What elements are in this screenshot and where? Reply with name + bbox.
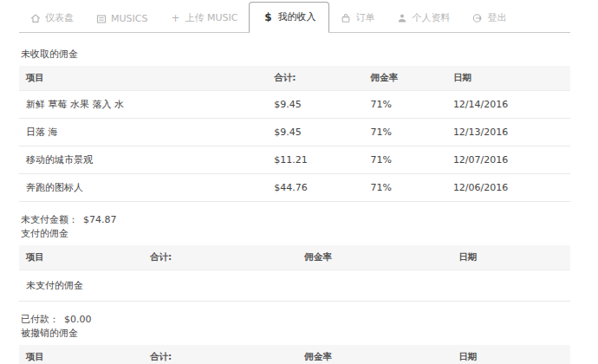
revoked-commissions-table: 项目 合计: 佣金率 日期 无被撤销的佣金 bbox=[19, 345, 570, 364]
tab-label: 我的收入 bbox=[277, 10, 315, 23]
tab-label: MUSICS bbox=[111, 13, 147, 24]
dollar-icon: $ bbox=[263, 12, 273, 23]
column-header-item: 项目 bbox=[19, 245, 143, 270]
tab-label: 登出 bbox=[487, 11, 506, 24]
column-header-item: 项目 bbox=[19, 66, 267, 91]
rate-cell: 71% bbox=[363, 146, 445, 174]
table-row: 奔跑的图标人 $44.76 71% 12/06/2016 bbox=[19, 174, 570, 202]
column-header-total: 合计: bbox=[143, 345, 297, 364]
item-cell: 日落 海 bbox=[19, 119, 267, 146]
top-tab-bar: 仪表盘 MUSICS + 上传 MUSIC $ 我的收入 订单 个人资料 登出 bbox=[19, 4, 570, 33]
table-header-row: 项目 合计: 佣金率 日期 bbox=[19, 245, 570, 270]
tab-musics[interactable]: MUSICS bbox=[85, 6, 159, 32]
column-header-item: 项目 bbox=[19, 345, 143, 364]
plus-icon: + bbox=[170, 13, 180, 23]
rate-cell: 71% bbox=[363, 91, 445, 119]
total-cell: $11.21 bbox=[267, 146, 363, 174]
uncollected-commissions-title: 未收取的佣金 bbox=[21, 48, 570, 61]
table-header-row: 项目 合计: 佣金率 日期 bbox=[19, 66, 570, 91]
tab-upload-music[interactable]: + 上传 MUSIC bbox=[159, 4, 249, 32]
item-cell: 新鲜 草莓 水果 落入 水 bbox=[19, 91, 267, 119]
table-row: 新鲜 草莓 水果 落入 水 $9.45 71% 12/14/2016 bbox=[19, 91, 570, 119]
date-cell: 12/06/2016 bbox=[446, 174, 570, 202]
unpaid-amount-value: $74.87 bbox=[83, 214, 117, 225]
column-header-date: 日期 bbox=[452, 345, 570, 364]
tab-logout[interactable]: 登出 bbox=[461, 4, 517, 32]
table-header-row: 项目 合计: 佣金率 日期 bbox=[19, 345, 570, 364]
table-row: 移动的城市景观 $11.21 71% 12/07/2016 bbox=[19, 146, 570, 174]
uncollected-commissions-table: 项目 合计: 佣金率 日期 新鲜 草莓 水果 落入 水 $9.45 71% 12… bbox=[19, 66, 570, 202]
date-cell: 12/07/2016 bbox=[446, 146, 570, 174]
tab-label: 仪表盘 bbox=[45, 11, 74, 24]
table-row: 日落 海 $9.45 71% 12/13/2016 bbox=[19, 119, 570, 146]
tab-profile[interactable]: 个人资料 bbox=[386, 4, 461, 32]
paid-amount-value: $0.00 bbox=[64, 314, 92, 325]
rate-cell: 71% bbox=[363, 174, 445, 202]
empty-state-text: 未支付的佣金 bbox=[19, 270, 570, 302]
column-header-date: 日期 bbox=[446, 66, 570, 91]
column-header-rate: 佣金率 bbox=[363, 66, 445, 91]
paid-commissions-title: 支付的佣金 bbox=[21, 227, 570, 240]
paid-amount-label: 已付款： bbox=[21, 314, 59, 325]
item-cell: 奔跑的图标人 bbox=[19, 174, 267, 202]
item-cell: 移动的城市景观 bbox=[19, 146, 267, 174]
tab-label: 个人资料 bbox=[412, 11, 450, 24]
logout-icon bbox=[472, 13, 483, 23]
column-header-rate: 佣金率 bbox=[297, 345, 452, 364]
home-icon bbox=[30, 13, 41, 23]
column-header-total: 合计: bbox=[143, 245, 297, 270]
tab-my-earnings[interactable]: $ 我的收入 bbox=[249, 2, 329, 33]
total-cell: $9.45 bbox=[267, 91, 363, 119]
paid-commissions-table: 项目 合计: 佣金率 日期 未支付的佣金 bbox=[19, 245, 570, 302]
tab-label: 上传 MUSIC bbox=[185, 11, 237, 24]
total-cell: $44.76 bbox=[267, 174, 363, 202]
paid-amount-summary: 已付款：$0.00 bbox=[21, 313, 570, 326]
tab-orders[interactable]: 订单 bbox=[329, 4, 386, 32]
unpaid-amount-label: 未支付金额： bbox=[21, 214, 78, 225]
list-icon bbox=[96, 14, 107, 24]
column-header-total: 合计: bbox=[267, 66, 363, 91]
revoked-commissions-title: 被撤销的佣金 bbox=[21, 327, 570, 340]
total-cell: $9.45 bbox=[267, 119, 363, 146]
earnings-page: 未收取的佣金 项目 合计: 佣金率 日期 新鲜 草莓 水果 落入 水 $9.45… bbox=[19, 48, 570, 364]
user-icon bbox=[397, 13, 407, 23]
date-cell: 12/13/2016 bbox=[446, 119, 570, 146]
date-cell: 12/14/2016 bbox=[446, 91, 570, 119]
empty-state-row: 未支付的佣金 bbox=[19, 270, 570, 302]
bag-icon bbox=[341, 13, 351, 23]
unpaid-amount-summary: 未支付金额：$74.87 bbox=[21, 213, 570, 226]
tab-dashboard[interactable]: 仪表盘 bbox=[19, 4, 85, 32]
column-header-rate: 佣金率 bbox=[297, 245, 452, 270]
rate-cell: 71% bbox=[363, 119, 445, 146]
column-header-date: 日期 bbox=[452, 245, 570, 270]
tab-label: 订单 bbox=[355, 11, 374, 24]
